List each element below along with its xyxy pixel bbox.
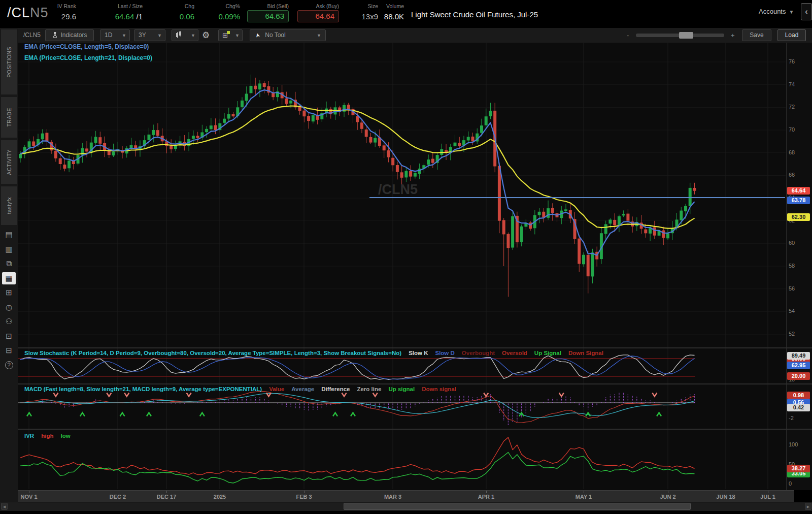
axis-price-tag: 20.00 <box>787 372 810 380</box>
chart-icon[interactable]: ▦ <box>2 272 16 284</box>
chevron-down-icon: ▼ <box>122 30 126 41</box>
help-icon[interactable]: ? <box>2 359 16 371</box>
axis-price-tag: 63.78 <box>787 197 810 204</box>
time-axis-tick <box>118 491 118 493</box>
time-axis-tick <box>668 491 668 493</box>
macd-histogram <box>43 393 695 425</box>
chevron-down-icon: ▼ <box>317 30 321 41</box>
legend-item: high <box>41 433 53 439</box>
time-axis-label: FEB 3 <box>296 494 312 500</box>
sidebar-tab-activity[interactable]: ACTIVITY <box>1 140 17 184</box>
price-axis-label: 66 <box>789 172 795 178</box>
price-axis-label: 60 <box>789 240 795 246</box>
price-axis-label: 56 <box>789 285 795 292</box>
bid-button[interactable]: 64.63 <box>247 10 289 22</box>
time-axis-label: JUN 18 <box>716 494 735 500</box>
watchlist-icon[interactable]: ▥ <box>2 243 16 255</box>
chg-field: Chg0.06 <box>149 3 194 21</box>
scrollbar-thumb[interactable] <box>344 503 691 510</box>
iv-rank-field: IV Rank29.6 <box>30 3 76 21</box>
indicator-label: IVR <box>24 433 34 439</box>
community-icon[interactable]: ⚇ <box>2 315 16 328</box>
history-icon[interactable]: ◷ <box>2 301 16 313</box>
sidebar-tab-positions[interactable]: POSITIONS <box>1 29 17 94</box>
price-axis-label: 52 <box>789 331 795 337</box>
flask-icon <box>52 31 58 38</box>
svg-text:/CLN5: /CLN5 <box>378 182 418 197</box>
ivr-label-row: IVRhighlow <box>24 433 78 439</box>
time-axis-tick <box>393 491 393 493</box>
price-axis-label: 54 <box>789 308 795 314</box>
scroll-right-button[interactable]: ▶ <box>805 503 811 510</box>
time-axis-label: MAR 3 <box>384 494 401 500</box>
chevron-down-icon: ▼ <box>157 30 162 41</box>
axis-price-tag: 0.98 <box>787 392 810 399</box>
scroll-left-button[interactable]: ◀ <box>1 503 8 510</box>
left-sidebar: POSITIONSTRADEACTIVITYtastyfx▤▥⧉▦⊞◷⚇⊡⊟? <box>0 28 18 502</box>
collapse-panel-button[interactable]: ‹ <box>801 3 812 20</box>
timeframe-dropdown[interactable]: 1D▼ <box>100 29 130 41</box>
calendar-icon[interactable]: ⊡ <box>2 330 16 342</box>
panel-separator[interactable] <box>18 429 812 430</box>
zoom-in-button[interactable]: + <box>731 31 735 39</box>
zoom-slider-thumb[interactable] <box>679 32 693 39</box>
time-axis-tick <box>768 491 768 493</box>
price-axis-label: 74 <box>789 81 795 87</box>
axis-price-tag: 62.95 <box>787 362 810 369</box>
zoom-out-button[interactable]: - <box>627 31 629 39</box>
fx-icon[interactable]: ⊟ <box>2 344 16 357</box>
chart-toolbar: /CLN5 Indicators 1D▼ 3Y▼ ▼ ⚙ ⊞▼ ➤No Tool… <box>18 28 812 43</box>
toolbar-symbol: /CLN5 <box>23 31 41 39</box>
monitor-icon[interactable]: ⧉ <box>2 258 16 270</box>
cursor-icon: ➤ <box>252 31 263 39</box>
price-axis-label: 76 <box>789 58 795 65</box>
volume-field: Volume88.0K <box>358 3 404 21</box>
chg-pct-field: Chg%0.09% <box>194 3 240 21</box>
grid-icon[interactable]: ⊞ <box>2 286 16 299</box>
news-icon[interactable]: ▤ <box>2 229 16 241</box>
indicators-button[interactable]: Indicators <box>45 29 94 41</box>
panel-separator[interactable] <box>18 383 812 384</box>
legend-item: Slow D <box>435 350 454 356</box>
range-dropdown[interactable]: 3Y▼ <box>134 29 165 41</box>
legend-item: Slow K <box>409 350 428 356</box>
price-axis-label: 70 <box>789 126 795 133</box>
time-axis-tick <box>584 491 584 493</box>
panel-separator[interactable] <box>18 347 812 348</box>
price-axis-label: 72 <box>789 104 795 110</box>
legend-item: Zero line <box>357 386 381 392</box>
load-button[interactable]: Load <box>777 29 806 41</box>
legend-item: Average <box>291 386 314 392</box>
sidebar-tab-trade[interactable]: TRADE <box>1 97 17 138</box>
chart-type-dropdown[interactable]: ▼ <box>172 29 198 41</box>
price-axis-label: 68 <box>789 149 795 155</box>
time-axis-label: DEC 2 <box>110 494 126 500</box>
time-axis-tick <box>166 491 167 493</box>
contract-description: Light Sweet Crude Oil Futures, Jul-25 <box>411 10 538 19</box>
price-axis-label: 58 <box>789 263 795 269</box>
chevron-down-icon: ▼ <box>191 30 195 41</box>
drawing-grid-dropdown[interactable]: ⊞▼ <box>218 29 243 41</box>
stochastic-label-row: Slow Stochastic (K Period=14, D Period=9… <box>24 350 611 356</box>
ivr-axis-label: 0 <box>789 480 792 487</box>
candles-layer <box>19 75 696 297</box>
legend-item: Up signal <box>388 386 415 392</box>
axis-price-tag: 62.30 <box>787 213 810 221</box>
accounts-menu[interactable]: Accounts▼ <box>759 8 794 15</box>
tool-dropdown[interactable]: ➤No Tool▼ <box>250 29 326 41</box>
legend-item: Down signal <box>422 386 456 392</box>
indicator-label: MACD (Fast length=8, Slow length=21, MAC… <box>24 386 262 392</box>
sidebar-tab-tastyfx[interactable]: tastyfx <box>1 186 17 225</box>
axis-price-tag: 38.27 <box>787 465 810 472</box>
legend-item: Overbought <box>462 350 495 356</box>
time-axis-label: DEC 17 <box>157 494 177 500</box>
time-axis-tick <box>486 491 487 493</box>
save-button[interactable]: Save <box>742 29 771 41</box>
axis-price-tag: 0.42 <box>787 404 810 411</box>
chart-svg: /CLN5 <box>0 0 812 514</box>
chart-scrollbar[interactable]: ◀ ▶ <box>0 502 812 511</box>
indicator-label: Slow Stochastic (K Period=14, D Period=9… <box>24 350 401 356</box>
grid-tool-accent <box>227 31 230 34</box>
settings-gear-icon[interactable]: ⚙ <box>202 30 210 41</box>
time-axis-tick <box>726 491 726 493</box>
